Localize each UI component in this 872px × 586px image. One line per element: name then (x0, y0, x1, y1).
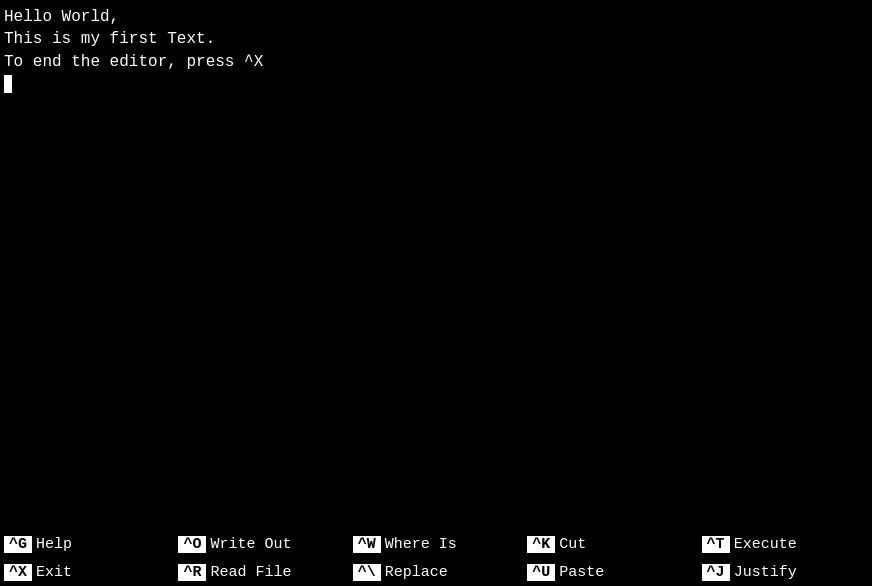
shortcut-label-row2-0: Exit (36, 564, 72, 581)
shortcut-label-row1-3: Cut (559, 536, 586, 553)
shortcut-key-row1-2: ^W (353, 536, 381, 553)
shortcut-key-row2-4: ^J (702, 564, 730, 581)
shortcut-item-row2-1[interactable]: ^RRead File (174, 562, 348, 583)
shortcut-key-row2-0: ^X (4, 564, 32, 581)
shortcut-item-row1-3[interactable]: ^KCut (523, 534, 697, 555)
shortcut-key-row1-3: ^K (527, 536, 555, 553)
bottom-bar: ^GHelp^OWrite Out^WWhere Is^KCut^TExecut… (0, 530, 872, 586)
shortcut-item-row1-2[interactable]: ^WWhere Is (349, 534, 523, 555)
shortcut-label-row2-4: Justify (734, 564, 797, 581)
shortcut-key-row2-3: ^U (527, 564, 555, 581)
shortcut-item-row1-4[interactable]: ^TExecute (698, 534, 872, 555)
shortcut-item-row2-0[interactable]: ^XExit (0, 562, 174, 583)
shortcut-key-row2-2: ^\ (353, 564, 381, 581)
shortcut-label-row2-2: Replace (385, 564, 448, 581)
shortcut-label-row1-4: Execute (734, 536, 797, 553)
shortcut-item-row2-2[interactable]: ^\Replace (349, 562, 523, 583)
shortcut-row-1: ^GHelp^OWrite Out^WWhere Is^KCut^TExecut… (0, 530, 872, 558)
shortcut-item-row1-1[interactable]: ^OWrite Out (174, 534, 348, 555)
shortcut-item-row2-4[interactable]: ^JJustify (698, 562, 872, 583)
text-cursor (4, 75, 12, 93)
shortcut-label-row2-3: Paste (559, 564, 604, 581)
shortcut-key-row1-4: ^T (702, 536, 730, 553)
shortcut-item-row1-0[interactable]: ^GHelp (0, 534, 174, 555)
shortcut-label-row1-1: Write Out (210, 536, 291, 553)
shortcut-row-2: ^XExit^RRead File^\Replace^UPaste^JJusti… (0, 558, 872, 586)
shortcut-key-row1-1: ^O (178, 536, 206, 553)
shortcut-key-row1-0: ^G (4, 536, 32, 553)
shortcut-label-row1-0: Help (36, 536, 72, 553)
shortcut-item-row2-3[interactable]: ^UPaste (523, 562, 697, 583)
shortcut-key-row2-1: ^R (178, 564, 206, 581)
shortcut-label-row1-2: Where Is (385, 536, 457, 553)
shortcut-label-row2-1: Read File (210, 564, 291, 581)
editor-area[interactable]: Hello World, This is my first Text. To e… (0, 4, 872, 506)
